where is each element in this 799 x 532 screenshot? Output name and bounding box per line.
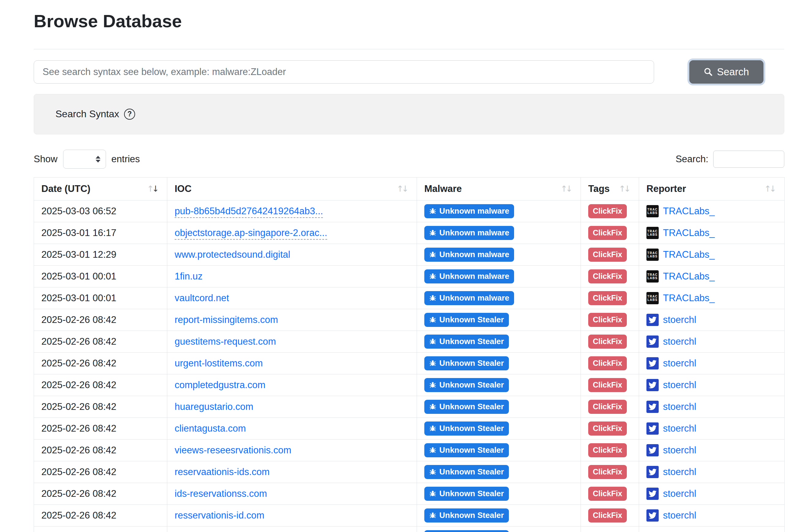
ioc-link[interactable]: urgent-lostitems.com <box>175 358 263 368</box>
ioc-link[interactable]: report-missingitems.com <box>175 315 278 325</box>
table-row: 2025-02-26 08:42huaregustario.comUnknown… <box>34 396 785 418</box>
cell-date: 2025-02-26 08:42 <box>34 309 167 330</box>
reporter: stoerchl <box>647 336 777 348</box>
tag-badge[interactable]: ClickFix <box>588 335 627 349</box>
reporter-link[interactable]: stoerchl <box>663 401 696 412</box>
cell-ioc: www.protectedsound.digital <box>167 244 417 265</box>
reporter-link[interactable]: stoerchl <box>663 423 696 434</box>
tag-badge[interactable]: ClickFix <box>588 443 627 457</box>
malware-badge-label: Unknown Stealer <box>439 489 504 498</box>
col-header-reporter[interactable]: Reporter↑↓ <box>639 177 785 200</box>
tag-badge[interactable]: ClickFix <box>588 248 627 262</box>
reporter-link[interactable]: stoerchl <box>663 380 696 391</box>
cell-date: 2025-02-26 08:42 <box>34 461 167 483</box>
reporter-link[interactable]: stoerchl <box>663 358 696 369</box>
reporter-link[interactable]: stoerchl <box>663 510 696 521</box>
reporter-avatar <box>647 444 659 456</box>
malware-badge[interactable]: Unknown Stealer <box>424 400 509 414</box>
reporter-link[interactable]: stoerchl <box>663 336 696 347</box>
col-label-tags: Tags <box>588 183 610 194</box>
malware-badge[interactable]: Unknown malware <box>424 248 514 262</box>
reporter-link[interactable]: TRACLabs_ <box>663 206 715 217</box>
ioc-link[interactable]: vaultcord.net <box>175 292 229 303</box>
malware-badge[interactable]: Unknown malware <box>424 204 514 218</box>
tag-badge[interactable]: ClickFix <box>588 356 627 370</box>
reporter-link[interactable]: TRACLabs_ <box>663 292 715 304</box>
malware-badge[interactable]: Unknown Stealer <box>424 487 509 501</box>
malware-badge[interactable]: Unknown Stealer <box>424 313 509 327</box>
tag-badge[interactable]: ClickFix <box>588 378 627 392</box>
ioc-link[interactable]: clientagusta.com <box>175 423 246 434</box>
cell-malware: Unknown Stealer <box>417 309 581 330</box>
ioc-link[interactable]: pub-8b65b4d5d27642419264ab3... <box>175 206 323 218</box>
reporter: TRACLABSTRACLabs_ <box>647 292 777 304</box>
tag-badge[interactable]: ClickFix <box>588 465 627 479</box>
search-syntax-panel[interactable]: Search Syntax ? <box>34 94 784 134</box>
col-header-tags[interactable]: Tags↑↓ <box>581 177 639 200</box>
ioc-link[interactable]: www.protectedsound.digital <box>175 249 290 260</box>
ioc-link[interactable]: completedgustra.com <box>175 380 265 390</box>
search-button-label: Search <box>717 66 749 78</box>
tag-badge[interactable]: ClickFix <box>588 509 627 522</box>
malware-badge[interactable]: Unknown Stealer <box>424 421 509 436</box>
cell-date <box>34 526 167 532</box>
tag-badge[interactable]: ClickFix <box>588 400 627 414</box>
main-search-input[interactable] <box>34 60 654 83</box>
col-header-date[interactable]: Date (UTC)↑↓ <box>34 177 167 200</box>
table-row: 2025-02-26 08:42reservaationis-ids.comUn… <box>34 461 785 483</box>
cell-date: 2025-02-26 08:42 <box>34 396 167 418</box>
tag-badge[interactable]: ClickFix <box>588 226 627 240</box>
reporter: stoerchl <box>647 357 777 369</box>
tag-badge[interactable]: ClickFix <box>588 204 627 218</box>
cell-tags: ClickFix <box>581 396 639 418</box>
cell-date: 2025-02-26 08:42 <box>34 439 167 461</box>
entries-select[interactable] <box>63 150 106 169</box>
malware-badge-label: Unknown Stealer <box>439 337 504 346</box>
tag-badge[interactable]: ClickFix <box>588 313 627 327</box>
malware-badge[interactable]: Unknown Stealer <box>424 530 509 532</box>
ioc-link[interactable]: resservationis-id.com <box>175 510 265 521</box>
tag-badge[interactable]: ClickFix <box>588 421 627 436</box>
malware-badge[interactable]: Unknown Stealer <box>424 356 509 370</box>
reporter-link[interactable]: stoerchl <box>663 315 696 325</box>
ioc-link[interactable]: ids-reservationss.com <box>175 488 267 499</box>
cell-ioc: 1fin.uz <box>167 265 417 287</box>
malware-badge[interactable]: Unknown malware <box>424 269 514 283</box>
cell-ioc: vieews-reseesrvationis.com <box>167 439 417 461</box>
malware-badge[interactable]: Unknown Stealer <box>424 378 509 392</box>
reporter-link[interactable]: TRACLabs_ <box>663 249 715 260</box>
reporter-link[interactable]: TRACLabs_ <box>663 227 715 239</box>
malware-badge[interactable]: Unknown malware <box>424 291 514 305</box>
tag-badge[interactable]: ClickFix <box>588 269 627 283</box>
cell-reporter: stoerchl <box>639 309 785 330</box>
cell-tags: ClickFix <box>581 222 639 244</box>
malware-badge-label: Unknown Stealer <box>439 424 504 433</box>
malware-badge[interactable]: Unknown Stealer <box>424 443 509 457</box>
ioc-link[interactable]: guestitems-request.com <box>175 336 276 347</box>
ioc-link[interactable]: 1fin.uz <box>175 271 202 282</box>
malware-badge[interactable]: Unknown Stealer <box>424 465 509 479</box>
malware-badge[interactable]: Unknown malware <box>424 226 514 240</box>
cell-tags <box>581 526 639 532</box>
col-header-malware[interactable]: Malware↑↓ <box>417 177 581 200</box>
reporter-avatar <box>647 336 659 348</box>
reporter-link[interactable]: stoerchl <box>663 445 696 456</box>
cell-malware: Unknown Stealer <box>417 526 581 532</box>
malware-badge[interactable]: Unknown Stealer <box>424 335 509 349</box>
tag-badge[interactable]: ClickFix <box>588 487 627 501</box>
cell-date: 2025-03-01 16:17 <box>34 222 167 244</box>
col-label-reporter: Reporter <box>647 183 686 194</box>
reporter-link[interactable]: TRACLabs_ <box>663 271 715 282</box>
col-header-ioc[interactable]: IOC↑↓ <box>167 177 417 200</box>
ioc-link[interactable]: reservaationis-ids.com <box>175 467 270 477</box>
ioc-link[interactable]: objectstorage.ap-singapore-2.orac... <box>175 227 327 240</box>
malware-badge[interactable]: Unknown Stealer <box>424 509 509 522</box>
table-row: 2025-02-26 08:42clientagusta.comUnknown … <box>34 418 785 439</box>
reporter-link[interactable]: stoerchl <box>663 488 696 499</box>
search-button[interactable]: Search <box>689 60 763 83</box>
table-search-input[interactable] <box>713 151 784 168</box>
reporter-link[interactable]: stoerchl <box>663 467 696 477</box>
tag-badge[interactable]: ClickFix <box>588 291 627 305</box>
ioc-link[interactable]: huaregustario.com <box>175 401 253 412</box>
ioc-link[interactable]: vieews-reseesrvationis.com <box>175 445 291 455</box>
